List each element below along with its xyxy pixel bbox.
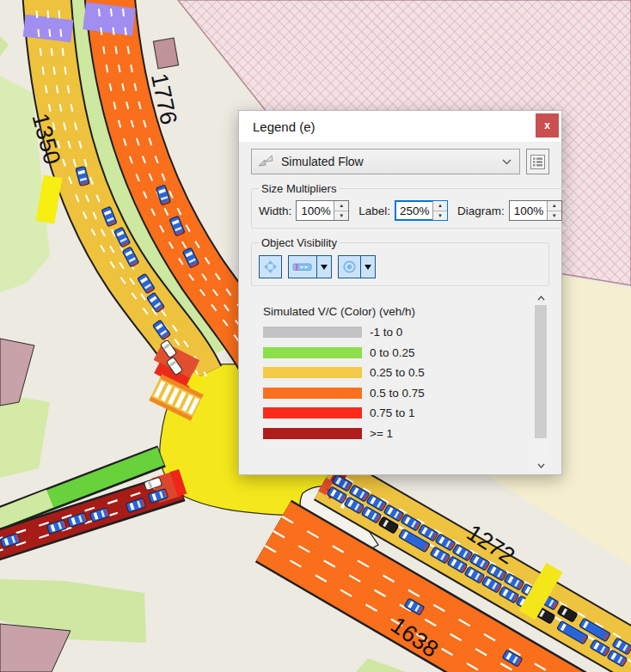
legend-entry-label: 0 to 0.25 (370, 346, 415, 359)
attribute-dropdown-value: Simulated Flow (281, 155, 502, 168)
attribute-dropdown[interactable]: Simulated Flow (251, 149, 520, 174)
width-value[interactable]: 100% (297, 201, 334, 220)
dropdown-arrow-icon (321, 265, 328, 270)
legend-entry-label: 0.75 to 1 (370, 406, 415, 419)
legend-entry: >= 1 (263, 427, 549, 440)
label-spin-down[interactable]: ▼ (433, 211, 447, 221)
dropdown-arrow-icon (365, 265, 371, 270)
label-spin-up[interactable]: ▲ (433, 201, 447, 211)
links-visibility-button[interactable] (288, 255, 332, 278)
close-button[interactable]: x (536, 113, 559, 137)
scroll-up-button[interactable] (534, 291, 548, 304)
legend-entry: -1 to 0 (263, 326, 549, 339)
legend-entry-label: 0.25 to 0.5 (370, 366, 425, 379)
label-value[interactable]: 250% (395, 201, 432, 220)
node-circle-icon (339, 256, 360, 278)
legend-entry: 0.25 to 0.5 (263, 366, 549, 379)
attribute-list-button[interactable] (526, 149, 549, 174)
legend-attribute-title: Simulated V/C (Color) (veh/h) (263, 305, 549, 318)
diagram-spinner[interactable]: 100% ▲▼ (509, 200, 562, 221)
legend-entry: 0.75 to 1 (263, 406, 549, 419)
scroll-down-button[interactable] (534, 459, 548, 472)
visibility-all-button[interactable] (259, 255, 282, 278)
legend-entry: 0.5 to 0.75 (263, 387, 549, 400)
width-label: Width: (259, 205, 291, 217)
size-multipliers-title: Size Multipliers (259, 182, 339, 195)
links-icon (257, 154, 276, 169)
diagram-spin-down[interactable]: ▼ (548, 211, 561, 221)
legend-dialog: Legend (e) x Simulated Flow (238, 110, 562, 475)
legend-entry-label: >= 1 (370, 427, 393, 440)
color-swatch (263, 407, 362, 418)
legend-list-panel: Simulated V/C (Color) (veh/h) -1 to 0 0 … (251, 291, 549, 477)
chevron-down-icon (502, 159, 512, 165)
color-swatch (263, 367, 362, 378)
close-icon: x (544, 119, 550, 131)
width-spin-up[interactable]: ▲ (334, 201, 348, 211)
diagram-label: Diagram: (457, 205, 505, 217)
label-spinner[interactable]: 250% ▲▼ (395, 200, 448, 221)
nodes-visibility-button[interactable] (338, 255, 376, 278)
color-swatch (263, 327, 362, 338)
chevron-down-icon (537, 463, 545, 468)
width-spin-down[interactable]: ▼ (334, 211, 348, 221)
color-swatch (263, 347, 362, 358)
legend-entry-label: 0.5 to 0.75 (370, 387, 425, 400)
size-multipliers-group: Size Multipliers Width: 100% ▲▼ Label: 2… (251, 182, 570, 229)
object-visibility-title: Object Visibility (259, 236, 340, 249)
width-spinner[interactable]: 100% ▲▼ (296, 200, 349, 221)
expand-arrows-icon (263, 260, 278, 274)
scrollbar-thumb[interactable] (535, 305, 547, 438)
diagram-value[interactable]: 100% (510, 201, 547, 220)
legend-entry-label: -1 to 0 (370, 326, 402, 339)
app-stage: 1350 1776 1272 1638 Legend (e) x Simulat… (0, 0, 631, 672)
dialog-title: Legend (e) (239, 119, 316, 134)
link-bar-icon (289, 256, 316, 278)
color-swatch (263, 388, 362, 399)
list-icon (530, 155, 545, 169)
chevron-up-icon (537, 296, 545, 301)
dialog-titlebar[interactable]: Legend (e) x (239, 111, 561, 142)
color-swatch (263, 428, 362, 439)
legend-scrollbar[interactable] (534, 291, 548, 472)
object-visibility-group: Object Visibility (251, 236, 549, 286)
diagram-spin-up[interactable]: ▲ (548, 201, 561, 211)
label-label: Label: (358, 205, 390, 217)
building (153, 38, 178, 69)
legend-entry: 0 to 0.25 (263, 346, 549, 359)
